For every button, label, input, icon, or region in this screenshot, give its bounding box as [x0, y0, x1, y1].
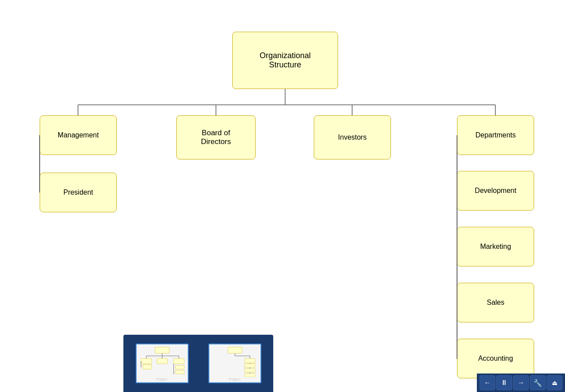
svg-rect-35	[175, 366, 184, 369]
exit-icon: ⏏	[552, 379, 558, 386]
page-panel: Page1 Page2	[123, 335, 273, 392]
node-root[interactable]: OrganizationalStructure	[232, 32, 338, 89]
svg-rect-29	[141, 359, 152, 364]
node-development[interactable]: Development	[457, 171, 534, 211]
svg-rect-23	[155, 347, 169, 353]
svg-rect-33	[143, 365, 152, 369]
node-president[interactable]: President	[40, 173, 117, 212]
toolbar: ← ⏸ → 🔧 ⏏	[477, 374, 565, 392]
back-button[interactable]: ←	[480, 375, 495, 390]
svg-rect-36	[175, 370, 184, 374]
forward-button[interactable]: →	[513, 375, 529, 390]
svg-rect-45	[245, 374, 255, 377]
settings-button[interactable]: 🔧	[530, 375, 546, 390]
svg-rect-41	[245, 359, 255, 363]
diagram-area: OrganizationalStructure Management Presi…	[0, 0, 565, 392]
page2-label: Page2	[209, 377, 260, 381]
page1-label: Page1	[137, 377, 188, 381]
node-board[interactable]: Board ofDirectors	[176, 115, 256, 159]
exit-button[interactable]: ⏏	[546, 375, 562, 390]
pause-button[interactable]: ⏸	[496, 375, 512, 390]
node-departments[interactable]: Departments	[457, 115, 534, 155]
page2-thumb[interactable]: Page2	[208, 344, 261, 383]
svg-rect-30	[157, 359, 167, 364]
svg-rect-43	[245, 364, 255, 367]
svg-rect-31	[174, 359, 184, 364]
page1-thumb[interactable]: Page1	[136, 344, 189, 383]
svg-rect-44	[245, 369, 255, 372]
node-investors[interactable]: Investors	[314, 115, 391, 159]
node-accounting[interactable]: Accounting	[457, 339, 534, 378]
node-marketing[interactable]: Marketing	[457, 227, 534, 266]
node-sales[interactable]: Sales	[457, 283, 534, 322]
svg-rect-37	[228, 347, 242, 353]
node-management[interactable]: Management	[40, 115, 117, 155]
settings-icon: 🔧	[533, 379, 542, 387]
